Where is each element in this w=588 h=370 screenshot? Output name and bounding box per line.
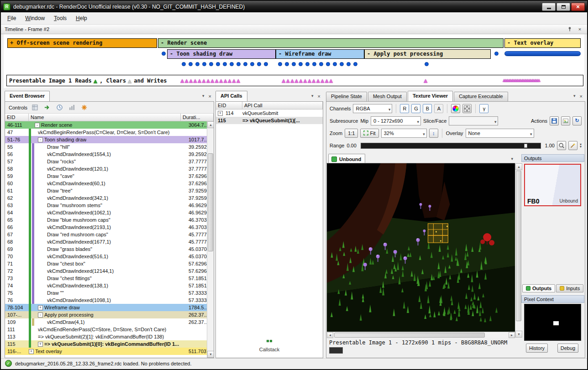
range-wand-button[interactable] xyxy=(568,141,578,150)
event-row[interactable]: 46-111-Render scene3064.7... xyxy=(5,121,214,129)
expander-icon[interactable]: - xyxy=(38,137,43,142)
tab-outputs[interactable]: Outputs xyxy=(522,284,555,292)
menu-file[interactable]: File xyxy=(3,13,21,24)
draw-dot[interactable] xyxy=(162,52,166,56)
event-row[interactable]: 70vkCmdDrawIndexed(516,1)45.03704 xyxy=(5,253,214,260)
panel-close-icon[interactable]: × xyxy=(209,94,211,99)
channels-combo[interactable]: RGBA ▾ xyxy=(353,104,392,113)
draw-dot[interactable] xyxy=(319,62,323,66)
pixel-context-view[interactable] xyxy=(524,304,581,341)
api-call-row[interactable]: 115=> vkQueueSubmit(1)[... xyxy=(216,117,323,124)
panel-menu-icon[interactable]: ▾ xyxy=(202,94,205,99)
event-row[interactable]: 68vkCmdDrawIndexed(1677,1)45.77778 xyxy=(5,238,214,245)
tab-texture-viewer[interactable]: Texture Viewer xyxy=(408,91,453,101)
event-row[interactable]: 109vkCmdDraw(4,1)262.37... xyxy=(5,318,214,326)
panel-close-icon[interactable]: × xyxy=(318,94,320,99)
panel-menu-icon[interactable]: ▾ xyxy=(311,94,314,99)
debug-button[interactable]: Debug xyxy=(557,344,578,353)
expander-icon[interactable]: + xyxy=(38,342,43,347)
event-row[interactable]: 55Draw "hill"39.25926 xyxy=(5,143,214,151)
timeline-marker-bar[interactable]: - Apply post processing xyxy=(364,49,491,59)
event-row[interactable]: 58vkCmdDrawIndexed(120,1)37.77778 xyxy=(5,165,214,172)
zoom-1to1-button[interactable]: 1:1 xyxy=(345,129,358,138)
event-row[interactable]: 67Draw "red mushroom caps"45.77778 xyxy=(5,231,214,238)
statistics-icon[interactable] xyxy=(68,103,77,112)
panel-close-icon[interactable]: × xyxy=(580,94,583,99)
find-event-icon[interactable] xyxy=(31,103,40,112)
event-row[interactable]: 73Draw "chest fittings"57.18518 xyxy=(5,275,214,282)
draw-dot[interactable] xyxy=(292,62,296,66)
event-row[interactable]: 59Draw "cave"37.62963 xyxy=(5,172,214,180)
red-channel-button[interactable]: R xyxy=(400,104,409,113)
range-slider-thumb[interactable] xyxy=(524,144,527,148)
draw-dot[interactable] xyxy=(195,62,200,66)
event-row[interactable]: 56vkCmdDrawIndexed(1554,1)39.25926 xyxy=(5,151,214,158)
draw-dot[interactable] xyxy=(189,62,193,66)
event-row[interactable]: 66vkCmdDrawIndexed(2193,1)46.37037 xyxy=(5,224,214,231)
event-row[interactable]: 64vkCmdDrawIndexed(1062,1)46.96296 xyxy=(5,209,214,216)
event-row[interactable]: 71Draw "chest box"57.62963 xyxy=(5,260,214,267)
zoom-combo[interactable]: 32% ▾ xyxy=(381,129,427,138)
refresh-button[interactable]: ↻ xyxy=(572,116,582,125)
history-button[interactable]: History xyxy=(526,344,548,353)
menu-tools[interactable]: Tools xyxy=(49,13,71,24)
tab-capture-executable[interactable]: Capture Executable xyxy=(454,92,508,101)
event-row[interactable]: 57Draw "rocks"37.77778 xyxy=(5,158,214,165)
colorwheel-button[interactable] xyxy=(451,104,460,113)
event-row[interactable]: 63Draw "mushroom stems"46.96296 xyxy=(5,202,214,209)
draw-dot[interactable] xyxy=(216,62,220,66)
tab-api-calls[interactable]: API Calls xyxy=(215,91,247,101)
event-row[interactable]: 61Draw "tree"37.92593 xyxy=(5,187,214,194)
callstack-splitter[interactable] xyxy=(216,340,323,342)
event-row[interactable]: 76vkCmdDrawIndexed(1098,1)57.33333 xyxy=(5,297,214,304)
timeline-marker-bar[interactable]: - Render scene xyxy=(158,38,504,48)
draw-dot[interactable] xyxy=(243,62,247,66)
range-detail-toggle[interactable]: ▾▾ xyxy=(580,143,582,148)
tab-pipeline-state[interactable]: Pipeline State xyxy=(326,92,367,101)
column-name[interactable]: Name xyxy=(29,114,181,121)
event-row[interactable]: 47vkCmdBeginRenderPass(C=Clear, D=Clear,… xyxy=(5,129,214,136)
overlay-combo[interactable]: None ▾ xyxy=(466,129,534,138)
event-row[interactable]: 65Draw "blue mushroom caps"46.37037 xyxy=(5,216,214,224)
draw-dot[interactable] xyxy=(346,62,351,66)
column-api-call[interactable]: API Call xyxy=(242,102,323,109)
event-row[interactable]: 111vkCmdEndRenderPass(C=Store, D=Store, … xyxy=(5,326,214,333)
event-row[interactable]: 107-...-Apply post processing262.37... xyxy=(5,311,214,318)
draw-dot[interactable] xyxy=(340,62,344,66)
draw-dot[interactable] xyxy=(223,62,227,66)
draw-dot[interactable] xyxy=(285,62,289,66)
event-row[interactable]: 75Draw ""57.33333 xyxy=(5,289,214,297)
draw-dot[interactable] xyxy=(209,62,213,66)
green-channel-button[interactable]: G xyxy=(411,104,420,113)
viewport-vscrollbar[interactable]: ▴ ▾ xyxy=(515,163,522,338)
menu-help[interactable]: Help xyxy=(71,13,92,24)
range-slider[interactable] xyxy=(361,143,541,149)
range-max-value[interactable]: 1.00 xyxy=(545,143,555,148)
event-row[interactable]: 62vkCmdDrawIndexed(342,1)37.92593 xyxy=(5,194,214,202)
alpha-channel-button[interactable]: A xyxy=(434,104,443,113)
column-eid[interactable]: EID xyxy=(216,102,242,109)
event-row[interactable]: 72vkCmdDrawIndexed(12144,1)57.62963 xyxy=(5,267,214,275)
expander-icon[interactable]: + xyxy=(38,305,43,310)
scroll-right-icon[interactable]: ▸ xyxy=(509,332,515,338)
draw-dot[interactable] xyxy=(299,62,303,66)
draw-dot[interactable] xyxy=(278,62,282,66)
scroll-up-icon[interactable]: ▴ xyxy=(207,121,214,128)
autofit-range-button[interactable] xyxy=(557,141,566,150)
event-row[interactable]: 113=> vkQueueSubmit(2)[1]: vkEndCommandB… xyxy=(5,333,214,340)
draw-dot[interactable] xyxy=(264,62,268,66)
event-row[interactable]: 74vkCmdDrawIndexed(138,1)57.18518 xyxy=(5,282,214,289)
draw-dot[interactable] xyxy=(425,62,429,66)
event-row[interactable]: 115+=> vkQueueSubmit(1)[0]: vkBeginComma… xyxy=(5,340,214,348)
draw-dot[interactable] xyxy=(202,62,206,66)
tab-event-browser[interactable]: Event Browser xyxy=(5,91,50,101)
draw-dot[interactable] xyxy=(353,62,357,66)
api-call-row[interactable]: +114vkQueueSubmit xyxy=(216,109,323,117)
draw-dot[interactable] xyxy=(333,62,337,66)
draw-dot[interactable] xyxy=(236,62,241,66)
mip-combo[interactable]: 0 - 1272x690 ▾ xyxy=(371,116,421,125)
expander-icon[interactable]: - xyxy=(35,123,40,128)
scrollbar-thumb[interactable] xyxy=(208,153,213,251)
timeline-close-icon[interactable]: × xyxy=(576,26,583,33)
draw-dot[interactable] xyxy=(230,62,234,66)
